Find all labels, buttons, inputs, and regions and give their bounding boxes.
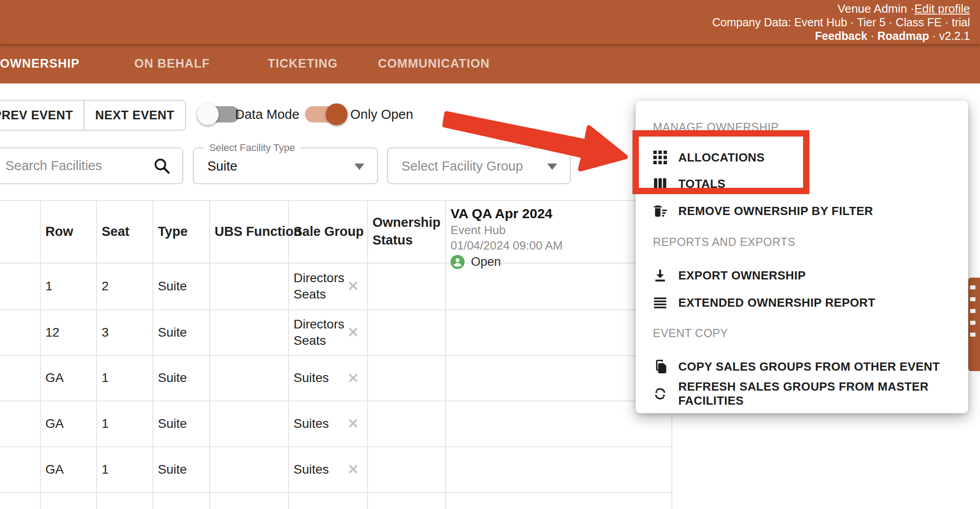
- col-header-row: Row: [45, 200, 73, 263]
- event-datetime: 01/04/2024 09:00 AM: [451, 238, 664, 253]
- col-header-sale-group: Sale Group: [294, 200, 364, 263]
- tab-communication[interactable]: COMMUNICATION: [378, 44, 490, 83]
- copy-icon: [652, 358, 668, 375]
- cell-seat: 1: [102, 401, 109, 446]
- manage-ownership-menu: MANAGE OWNERSHIP ALLOCATIONS TOTALS REMO…: [636, 101, 968, 413]
- menu-item-remove-ownership-by-filter[interactable]: REMOVE OWNERSHIP BY FILTER: [636, 198, 968, 224]
- remove-sale-group-icon[interactable]: ✕: [348, 278, 359, 294]
- search-facilities-input[interactable]: Search Facilities: [0, 147, 183, 184]
- event-title: VA QA Apr 2024: [451, 205, 664, 222]
- remove-sale-group-icon[interactable]: ✕: [348, 461, 359, 477]
- event-nav-button-group: PREV EVENT NEXT EVENT: [0, 100, 186, 131]
- col-header-ubs-function: UBS Function: [215, 200, 302, 263]
- table-border: [445, 200, 446, 509]
- table-border: [209, 200, 210, 509]
- prev-event-button[interactable]: PREV EVENT: [0, 101, 83, 130]
- menu-item-extended-ownership-report[interactable]: EXTENDED OWNERSHIP REPORT: [636, 289, 968, 316]
- top-header: Venue Admin ·Edit profile Company Data: …: [0, 0, 980, 44]
- facility-group-placeholder: Select Facility Group: [402, 158, 523, 173]
- cell-sale-group: Suites ✕: [294, 401, 362, 446]
- col-header-event: VA QA Apr 2024 Event Hub 01/04/2024 09:0…: [451, 205, 664, 269]
- tab-ticketing[interactable]: TICKETING: [268, 44, 338, 83]
- nav-bar: OWNERSHIP ON BEHALF TICKETING COMMUNICAT…: [0, 44, 980, 83]
- edge-vertical-tab[interactable]: [968, 278, 980, 371]
- roadmap-link[interactable]: Roadmap: [877, 29, 929, 42]
- table-border: [0, 492, 671, 493]
- facility-type-value: Suite: [207, 158, 237, 173]
- profile-line: Venue Admin ·Edit profile: [712, 2, 970, 15]
- menu-item-copy-sales-groups[interactable]: COPY SALES GROUPS FROM OTHER EVENT: [636, 353, 968, 380]
- cell-type: Suite: [158, 309, 187, 355]
- open-status-icon: [451, 255, 465, 269]
- cell-row: GA: [45, 355, 64, 401]
- cell-type: Suite: [158, 263, 187, 309]
- table-border: [367, 200, 368, 509]
- col-header-ownership-status: Ownership Status: [372, 214, 441, 249]
- next-event-button[interactable]: NEXT EVENT: [83, 101, 185, 130]
- cell-seat: 2: [102, 263, 109, 309]
- cell-seat: 1: [102, 446, 109, 492]
- tab-ownership[interactable]: OWNERSHIP: [0, 44, 80, 83]
- facility-group-select[interactable]: Select Facility Group: [387, 147, 571, 184]
- venue-admin-label: Venue Admin ·: [838, 2, 914, 15]
- columns-icon: [652, 176, 668, 192]
- cell-row: 12: [45, 309, 59, 355]
- company-data-line: Company Data: Event Hub · Tier 5 · Class…: [712, 15, 970, 29]
- cell-sale-group: Suites ✕: [294, 355, 362, 401]
- refresh-icon: [652, 386, 668, 402]
- table-border: [96, 200, 97, 509]
- data-mode-toggle-thumb: [197, 103, 219, 125]
- tab-on-behalf[interactable]: ON BEHALF: [134, 44, 210, 83]
- facility-type-label: Select Facility Type: [205, 142, 299, 154]
- cell-row: 1: [45, 263, 53, 309]
- app-root: Venue Admin ·Edit profile Company Data: …: [0, 0, 980, 509]
- remove-sale-group-icon[interactable]: ✕: [348, 324, 359, 340]
- search-icon[interactable]: [152, 157, 172, 176]
- only-open-toggle-thumb: [326, 103, 348, 125]
- facility-type-select[interactable]: Select Facility Type Suite: [193, 147, 378, 184]
- feedback-link[interactable]: Feedback: [815, 29, 867, 42]
- table-border: [152, 200, 153, 509]
- chevron-down-icon: [547, 163, 557, 170]
- cell-sale-group: Suites ✕: [294, 446, 362, 492]
- download-icon: [652, 267, 668, 284]
- col-header-type: Type: [158, 200, 188, 263]
- menu-section-reports-and-exports: REPORTS AND EXPORTS: [653, 235, 795, 249]
- cell-seat: 1: [102, 355, 109, 401]
- menu-item-export-ownership[interactable]: EXPORT OWNERSHIP: [636, 262, 968, 289]
- event-status-label: Open: [471, 255, 501, 269]
- cell-sale-group: Directors Seats ✕: [294, 263, 362, 309]
- menu-section-event-copy: EVENT COPY: [653, 327, 728, 340]
- event-venue: Event Hub: [451, 222, 664, 238]
- cell-type: Suite: [158, 401, 187, 446]
- cell-row: GA: [45, 446, 64, 492]
- edit-profile-link[interactable]: Edit profile: [914, 2, 970, 15]
- version-label: v2.2.1: [939, 29, 970, 42]
- col-header-seat: Seat: [102, 200, 129, 263]
- table-border: [40, 200, 41, 509]
- cell-row: GA: [45, 401, 64, 446]
- lines-icon: [652, 294, 668, 311]
- meta-line: Feedback · Roadmap · v2.2.1: [712, 29, 970, 43]
- delete-sweep-icon: [652, 203, 668, 219]
- menu-item-refresh-sales-groups[interactable]: REFRESH SALES GROUPS FROM MASTER FACILIT…: [636, 381, 968, 407]
- event-status: Open: [451, 255, 664, 269]
- data-mode-label: Data Mode: [235, 107, 299, 122]
- menu-item-allocations[interactable]: ALLOCATIONS: [636, 144, 968, 171]
- remove-sale-group-icon[interactable]: ✕: [348, 416, 359, 431]
- remove-sale-group-icon[interactable]: ✕: [348, 370, 359, 386]
- only-open-toggle[interactable]: [305, 106, 345, 122]
- menu-item-totals[interactable]: TOTALS: [636, 171, 968, 197]
- only-open-label: Only Open: [350, 107, 413, 122]
- cell-sale-group: Directors Seats ✕: [294, 309, 362, 355]
- data-mode-toggle[interactable]: [200, 106, 240, 122]
- search-placeholder: Search Facilities: [5, 158, 152, 173]
- menu-section-manage-ownership: MANAGE OWNERSHIP: [653, 121, 779, 134]
- chevron-down-icon: [354, 163, 364, 170]
- cell-seat: 3: [102, 309, 109, 355]
- cell-type: Suite: [158, 446, 187, 492]
- cell-type: Suite: [158, 355, 187, 401]
- grid-icon: [652, 149, 668, 166]
